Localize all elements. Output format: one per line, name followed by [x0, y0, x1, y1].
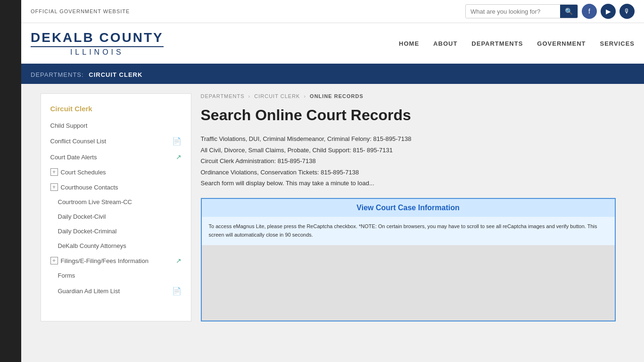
court-records-embed: [202, 245, 615, 321]
sidebar-item-guardian-ad-litem[interactable]: Guardian Ad Litem List 📄: [41, 283, 191, 299]
sidebar-item-child-support[interactable]: Child Support: [41, 118, 191, 133]
info-lines: Traffic Violations, DUI, Criminal Misdem…: [201, 133, 616, 189]
info-line-1: Traffic Violations, DUI, Criminal Misdem…: [201, 133, 616, 144]
microphone-icon[interactable]: 🎙: [619, 4, 635, 19]
sidebar-item-label: Daily Docket-Criminal: [58, 228, 117, 235]
view-court-case-link[interactable]: View Court Case Information: [356, 204, 459, 212]
sidebar-item-conflict-counsel[interactable]: Conflict Counsel List 📄: [41, 133, 191, 149]
breadcrumb-departments[interactable]: DEPARTMENTS: [201, 93, 245, 99]
info-line-3: Circuit Clerk Administration: 815-895-71…: [201, 156, 616, 166]
sidebar: Circuit Clerk Child Support Conflict Cou…: [41, 93, 191, 321]
court-records-body: To access eMagnus Lite, please press the…: [202, 217, 615, 245]
court-records-header: View Court Case Information: [202, 199, 615, 217]
sidebar-item-label: Forms: [58, 272, 75, 279]
nav-home[interactable]: HOME: [399, 40, 419, 47]
page-title: Search Online Court Records: [201, 106, 616, 124]
pdf-icon: 📄: [172, 287, 182, 296]
sidebar-item-court-date-alerts[interactable]: Court Date Alerts ↗: [41, 149, 191, 165]
official-text: OFFICIAL GOVERNMENT WEBSITE: [31, 8, 130, 14]
left-strip: [0, 0, 21, 331]
breadcrumb-circuit-clerk[interactable]: CIRCUIT CLERK: [254, 93, 300, 99]
dept-name: CIRCUIT CLERK: [89, 71, 142, 78]
search-input[interactable]: [466, 5, 560, 18]
sidebar-item-courthouse-contacts[interactable]: + Courthouse Contacts: [41, 180, 191, 195]
sidebar-item-forms[interactable]: Forms: [41, 268, 191, 283]
sidebar-item-label: Conflict Counsel List: [50, 138, 107, 145]
court-records-description: To access eMagnus Lite, please press the…: [209, 222, 608, 239]
search-button[interactable]: 🔍: [560, 5, 578, 18]
sidebar-item-label: Courthouse Contacts: [61, 184, 118, 191]
nav-departments[interactable]: DEPARTMENTS: [471, 40, 523, 47]
logo-line2: ILLINOIS: [31, 46, 164, 57]
top-bar: OFFICIAL GOVERNMENT WEBSITE 🔍 f ▶ 🎙: [21, 0, 644, 23]
pdf-icon: 📄: [172, 137, 182, 146]
sidebar-title[interactable]: Circuit Clerk: [41, 101, 191, 118]
breadcrumb: DEPARTMENTS › CIRCUIT CLERK › ONLINE REC…: [201, 93, 616, 99]
nav-services[interactable]: SERVICES: [600, 40, 635, 47]
sidebar-item-daily-docket-civil[interactable]: Daily Docket-Civil: [41, 209, 191, 224]
dept-banner: DEPARTMENTS: CIRCUIT CLERK: [21, 66, 644, 84]
search-box: 🔍: [465, 4, 578, 18]
expand-icon[interactable]: +: [50, 168, 58, 176]
info-line-2: All Civil, Divorce, Small Claims, Probat…: [201, 145, 616, 156]
breadcrumb-current: ONLINE RECORDS: [310, 93, 363, 99]
expand-icon[interactable]: +: [50, 257, 58, 264]
sidebar-item-label: Daily Docket-Civil: [58, 213, 106, 220]
nav-about[interactable]: ABOUT: [433, 40, 457, 47]
top-right-area: 🔍 f ▶ 🎙: [465, 4, 635, 19]
expand-icon[interactable]: +: [50, 183, 58, 191]
sidebar-item-dekalb-attorneys[interactable]: DeKalb County Attorneys: [41, 239, 191, 253]
facebook-icon[interactable]: f: [582, 4, 597, 19]
main-nav: HOME ABOUT DEPARTMENTS GOVERNMENT SERVIC…: [399, 40, 635, 47]
sidebar-item-label: DeKalb County Attorneys: [58, 242, 126, 249]
sidebar-item-label: Child Support: [50, 122, 88, 129]
info-line-5: Search form will display below. This may…: [201, 178, 616, 189]
sidebar-item-filings[interactable]: + Filings/E-Filing/Fees Information ↗: [41, 253, 191, 268]
header: DEKALB COUNTY ILLINOIS HOME ABOUT DEPART…: [21, 23, 644, 66]
youtube-icon[interactable]: ▶: [601, 4, 616, 19]
court-records-box: View Court Case Information To access eM…: [201, 198, 616, 321]
sidebar-item-daily-docket-criminal[interactable]: Daily Docket-Criminal: [41, 224, 191, 239]
sidebar-item-label: Filings/E-Filing/Fees Information: [61, 257, 149, 264]
sidebar-item-label: Court Schedules: [61, 169, 106, 176]
page-container: Circuit Clerk Child Support Conflict Cou…: [31, 93, 635, 321]
external-link-icon: ↗: [176, 257, 182, 264]
main-content: DEPARTMENTS › CIRCUIT CLERK › ONLINE REC…: [191, 93, 625, 321]
external-link-icon: ↗: [176, 153, 182, 161]
info-line-4: Ordinance Violations, Conservation Ticke…: [201, 167, 616, 178]
sidebar-item-label: Guardian Ad Litem List: [58, 288, 120, 295]
sidebar-item-label: Court Date Alerts: [50, 154, 97, 161]
logo-line1: DEKALB COUNTY: [31, 30, 164, 45]
sidebar-item-courtroom-live[interactable]: Courtroom Live Stream-CC: [41, 195, 191, 209]
nav-government[interactable]: GOVERNMENT: [537, 40, 586, 47]
dept-label: DEPARTMENTS:: [31, 71, 84, 78]
sidebar-item-label: Courtroom Live Stream-CC: [58, 198, 132, 206]
sidebar-item-court-schedules[interactable]: + Court Schedules: [41, 165, 191, 180]
logo: DEKALB COUNTY ILLINOIS: [31, 30, 164, 57]
